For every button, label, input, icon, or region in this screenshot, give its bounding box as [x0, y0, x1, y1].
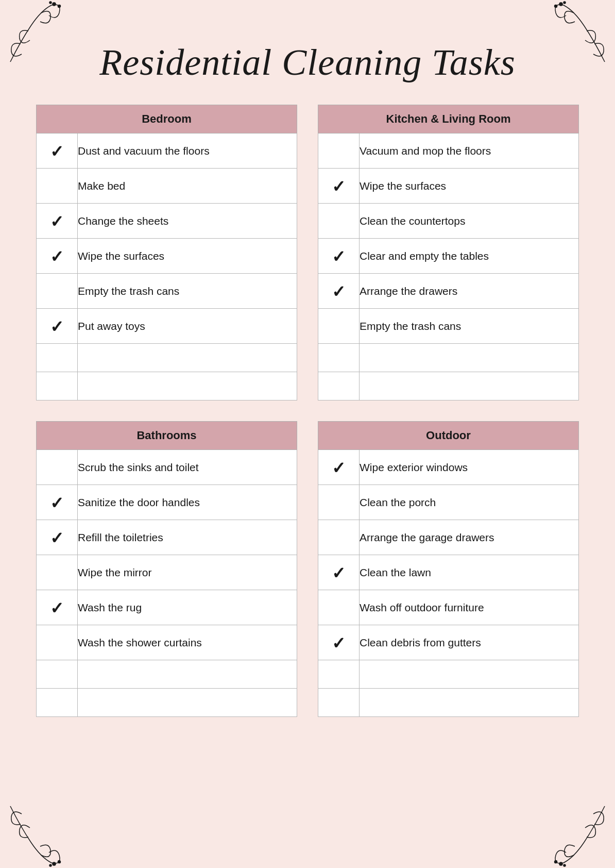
page-title: Residential Cleaning Tasks: [31, 41, 584, 84]
table-row: ✓Sanitize the door handles: [37, 485, 297, 520]
check-cell: [318, 344, 360, 372]
svg-point-8: [49, 864, 52, 866]
checkmark-icon: ✓: [50, 247, 64, 266]
check-cell: ✓: [318, 450, 360, 485]
check-cell: ✓: [37, 133, 78, 169]
checkmark-icon: ✓: [332, 247, 346, 266]
checkmark-icon: ✓: [332, 177, 346, 196]
check-cell: ✓: [37, 485, 78, 520]
task-label: [360, 689, 579, 717]
task-label: Wipe the mirror: [78, 555, 297, 590]
table-row: Wash the shower curtains: [37, 625, 297, 660]
check-cell: [37, 274, 78, 309]
check-cell: [318, 372, 360, 400]
header-bedroom: Bedroom: [37, 105, 297, 133]
checkmark-icon: ✓: [332, 459, 346, 477]
table-row: ✓Clean the lawn: [318, 555, 579, 590]
checkmark-icon: ✓: [50, 318, 64, 336]
table-row: Empty the trash cans: [37, 274, 297, 309]
header-kitchen: Kitchen & Living Room: [318, 105, 579, 133]
task-label: Wash off outdoor furniture: [360, 590, 579, 625]
check-cell: ✓: [37, 309, 78, 344]
task-label: [78, 689, 297, 717]
task-label: Make bed: [78, 169, 297, 204]
check-cell: [37, 450, 78, 485]
svg-point-10: [555, 861, 557, 863]
task-label: Sanitize the door handles: [78, 485, 297, 520]
check-cell: ✓: [37, 590, 78, 625]
task-label: Change the sheets: [78, 204, 297, 239]
svg-point-1: [58, 5, 61, 8]
title-area: Residential Cleaning Tasks: [31, 15, 584, 105]
check-cell: [318, 520, 360, 555]
table-row: [318, 372, 579, 400]
check-cell: [318, 485, 360, 520]
task-label: [360, 660, 579, 689]
check-cell: [37, 555, 78, 590]
check-cell: ✓: [318, 555, 360, 590]
task-label: Clean the lawn: [360, 555, 579, 590]
table-row: ✓Wipe the surfaces: [37, 239, 297, 274]
table-row: [318, 689, 579, 717]
table-outdoor: Outdoor✓Wipe exterior windowsClean the p…: [318, 421, 579, 717]
svg-point-7: [58, 861, 61, 863]
svg-point-2: [49, 2, 52, 4]
check-cell: [37, 372, 78, 400]
task-label: [360, 344, 579, 372]
check-cell: [318, 689, 360, 717]
check-cell: ✓: [318, 169, 360, 204]
task-label: Wash the rug: [78, 590, 297, 625]
task-label: [78, 344, 297, 372]
svg-point-5: [563, 2, 566, 4]
task-label: Vacuum and mop the floors: [360, 133, 579, 169]
check-cell: ✓: [37, 520, 78, 555]
task-label: Clean debris from gutters: [360, 625, 579, 660]
table-kitchen: Kitchen & Living RoomVacuum and mop the …: [318, 105, 579, 400]
checkmark-icon: ✓: [50, 599, 64, 617]
table-row: ✓Clean debris from gutters: [318, 625, 579, 660]
task-label: Wipe the surfaces: [360, 169, 579, 204]
table-row: Wash off outdoor furniture: [318, 590, 579, 625]
tables-wrapper: Bedroom✓Dust and vacuum the floorsMake b…: [31, 105, 584, 717]
table-row: [318, 344, 579, 372]
table-row: ✓Wash the rug: [37, 590, 297, 625]
check-cell: ✓: [318, 625, 360, 660]
checkmark-icon: ✓: [50, 494, 64, 512]
check-cell: [318, 133, 360, 169]
task-label: [78, 660, 297, 689]
table-row: [37, 344, 297, 372]
task-label: Wipe exterior windows: [360, 450, 579, 485]
check-cell: ✓: [318, 239, 360, 274]
task-label: Clear and empty the tables: [360, 239, 579, 274]
checkmark-icon: ✓: [50, 529, 64, 547]
svg-point-3: [559, 3, 562, 6]
table-row: Make bed: [37, 169, 297, 204]
check-cell: [318, 660, 360, 689]
table-row: ✓Change the sheets: [37, 204, 297, 239]
task-label: Arrange the garage drawers: [360, 520, 579, 555]
header-bathrooms: Bathrooms: [37, 422, 297, 450]
check-cell: ✓: [37, 204, 78, 239]
task-label: Refill the toiletries: [78, 520, 297, 555]
check-cell: ✓: [318, 274, 360, 309]
table-row: [37, 689, 297, 717]
task-label: Clean the porch: [360, 485, 579, 520]
table-row: ✓Wipe the surfaces: [318, 169, 579, 204]
table-row: Arrange the garage drawers: [318, 520, 579, 555]
check-cell: [37, 689, 78, 717]
table-bathrooms: BathroomsScrub the sinks and toilet✓Sani…: [36, 421, 297, 717]
floral-corner-bl: [0, 801, 67, 868]
table-row: [318, 660, 579, 689]
table-row: ✓Refill the toiletries: [37, 520, 297, 555]
task-label: Arrange the drawers: [360, 274, 579, 309]
check-cell: [318, 309, 360, 344]
check-cell: [318, 590, 360, 625]
table-row: Vacuum and mop the floors: [318, 133, 579, 169]
table-row: Clean the porch: [318, 485, 579, 520]
table-row: ✓Arrange the drawers: [318, 274, 579, 309]
task-label: Dust and vacuum the floors: [78, 133, 297, 169]
table-row: [37, 372, 297, 400]
svg-point-0: [53, 3, 56, 6]
task-label: Empty the trash cans: [78, 274, 297, 309]
table-row: ✓Wipe exterior windows: [318, 450, 579, 485]
